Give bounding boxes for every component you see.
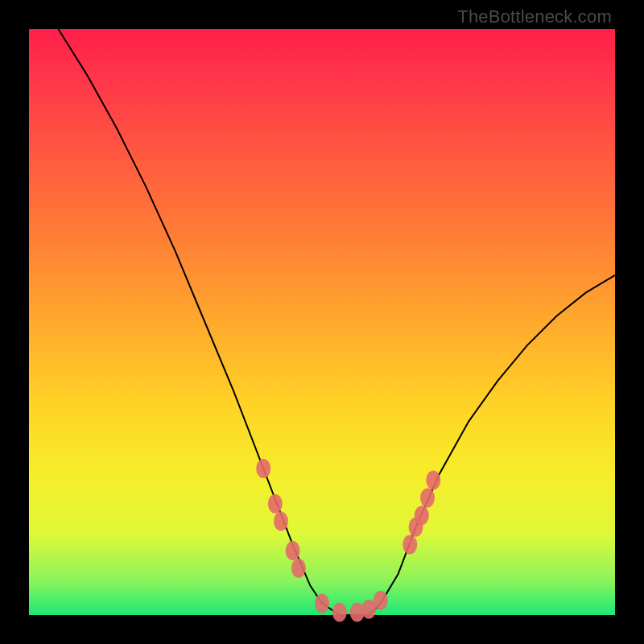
data-marker (426, 471, 440, 490)
curve-layer (29, 29, 615, 615)
attribution-text: TheBottleneck.com (457, 6, 612, 27)
data-marker (268, 494, 283, 514)
data-marker (415, 506, 429, 525)
plot-area (29, 29, 615, 615)
data-marker (315, 593, 329, 613)
chart-frame: TheBottleneck.com (0, 0, 644, 644)
data-marker (291, 559, 306, 578)
data-marker (256, 459, 270, 478)
data-marker (402, 535, 417, 555)
data-marker (374, 591, 388, 610)
data-marker (274, 512, 288, 531)
data-marker (420, 488, 435, 507)
data-marker (286, 541, 300, 560)
bottleneck-curve (58, 29, 615, 615)
data-marker (332, 602, 347, 621)
